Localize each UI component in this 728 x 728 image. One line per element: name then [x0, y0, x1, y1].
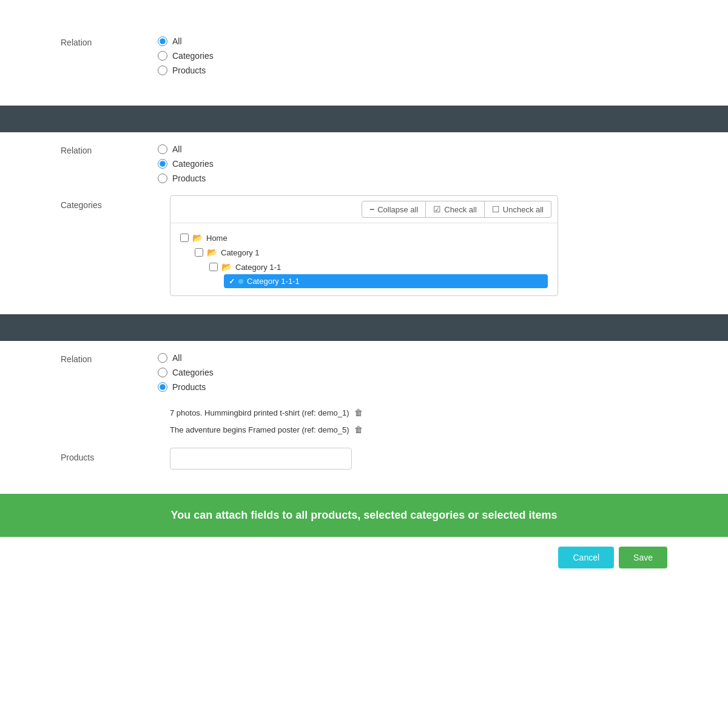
section-2: Relation All Categories Products Categor… — [0, 132, 728, 314]
section-1: Relation All Categories Products — [0, 24, 728, 106]
categories-label: Categories — [61, 195, 158, 210]
radio-all-2[interactable] — [158, 144, 167, 154]
product-text-2: The adventure begins Framed poster (ref:… — [170, 425, 349, 434]
relation-label-3: Relation — [61, 353, 158, 364]
tree-checkbox-category1[interactable] — [195, 248, 203, 257]
radio-products-label-2[interactable]: Products — [172, 174, 206, 183]
radio-categories-label-2[interactable]: Categories — [172, 159, 214, 169]
radio-option-all-1[interactable]: All — [158, 36, 214, 46]
radio-categories-label-1[interactable]: Categories — [172, 51, 214, 61]
check-all-icon: ☑ — [433, 204, 441, 214]
products-input-label: Products — [61, 448, 158, 462]
radio-all-3[interactable] — [158, 353, 167, 363]
tree-item-category1[interactable]: 📂 Category 1 — [195, 245, 548, 260]
radio-option-products-2[interactable]: Products — [158, 174, 214, 183]
products-search-input[interactable] — [170, 448, 352, 470]
delete-product-1-icon[interactable]: 🗑 — [354, 408, 363, 417]
divider-2 — [0, 314, 728, 341]
tree-label-home: Home — [206, 234, 228, 243]
categories-toolbar: − Collapse all ☑ Check all ☐ Uncheck all — [170, 196, 558, 223]
radio-categories-3[interactable] — [158, 368, 167, 377]
radio-option-products-3[interactable]: Products — [158, 382, 214, 392]
relation-row-1: Relation All Categories Products — [61, 36, 667, 75]
delete-product-2-icon[interactable]: 🗑 — [354, 425, 363, 434]
radio-all-label-1[interactable]: All — [172, 36, 182, 46]
bottom-buttons: Cancel Save — [0, 537, 728, 578]
check-all-label: Check all — [444, 205, 476, 214]
relation-row-2: Relation All Categories Products — [61, 144, 667, 183]
uncheck-all-label: Uncheck all — [503, 205, 544, 214]
page-wrapper: Relation All Categories Products Relati — [0, 0, 728, 728]
radio-categories-2[interactable] — [158, 159, 167, 169]
categories-box: − Collapse all ☑ Check all ☐ Uncheck all — [170, 195, 558, 296]
relation-row-3: Relation All Categories Products — [61, 353, 667, 392]
radio-products-1[interactable] — [158, 66, 167, 75]
tree-label-category1: Category 1 — [221, 248, 260, 257]
collapse-all-button[interactable]: − Collapse all — [362, 201, 426, 218]
products-field-row: 7 photos. Hummingbird printed t-shirt (r… — [61, 404, 667, 448]
radio-group-1: All Categories Products — [158, 36, 214, 75]
tree-label-category1-1-1: Category 1-1-1 — [247, 277, 300, 286]
tree-checkbox-category1-1[interactable] — [209, 263, 218, 271]
folder-open-icon-category1: 📂 — [207, 248, 217, 257]
radio-products-label-1[interactable]: Products — [172, 66, 206, 75]
radio-group-3: All Categories Products — [158, 353, 214, 392]
save-button[interactable]: Save — [619, 547, 667, 568]
collapse-icon: − — [369, 204, 374, 214]
radio-option-all-2[interactable]: All — [158, 144, 214, 154]
relation-label-2: Relation — [61, 144, 158, 155]
tree-label-category1-1: Category 1-1 — [235, 263, 281, 272]
uncheck-all-button[interactable]: ☐ Uncheck all — [485, 201, 551, 218]
tree-item-category1-1-1[interactable]: ✓ Category 1-1-1 — [224, 274, 548, 288]
tree-container: 📂 Home 📂 Category 1 📂 Category 1-1 — [170, 223, 558, 295]
dot-icon-category1-1-1 — [238, 279, 243, 284]
tree-checkbox-home[interactable] — [180, 234, 189, 242]
radio-option-products-1[interactable]: Products — [158, 66, 214, 75]
folder-open-icon-category1-1: 📂 — [221, 262, 232, 272]
radio-option-categories-2[interactable]: Categories — [158, 159, 214, 169]
divider-1 — [0, 106, 728, 132]
radio-option-all-3[interactable]: All — [158, 353, 214, 363]
radio-option-categories-1[interactable]: Categories — [158, 51, 214, 61]
section-3: Relation All Categories Products — [0, 341, 728, 488]
info-banner: You can attach fields to all products, s… — [0, 494, 728, 537]
radio-products-label-3[interactable]: Products — [172, 382, 206, 392]
radio-all-label-2[interactable]: All — [172, 144, 182, 154]
product-entry-1: 7 photos. Hummingbird printed t-shirt (r… — [170, 404, 363, 421]
collapse-all-label: Collapse all — [377, 205, 418, 214]
radio-option-categories-3[interactable]: Categories — [158, 368, 214, 377]
uncheck-all-icon: ☐ — [492, 204, 500, 214]
banner-text: You can attach fields to all products, s… — [171, 509, 558, 521]
products-list: 7 photos. Hummingbird printed t-shirt (r… — [170, 404, 363, 438]
products-label — [61, 404, 158, 409]
categories-field-row: Categories − Collapse all ☑ Check all ☐ … — [61, 195, 667, 296]
check-all-button[interactable]: ☑ Check all — [426, 201, 484, 218]
product-text-1: 7 photos. Hummingbird printed t-shirt (r… — [170, 408, 349, 417]
radio-categories-label-3[interactable]: Categories — [172, 368, 214, 377]
cancel-button[interactable]: Cancel — [558, 547, 614, 568]
radio-group-2: All Categories Products — [158, 144, 214, 183]
products-input-row: Products — [61, 448, 667, 470]
radio-all-1[interactable] — [158, 36, 167, 46]
radio-products-2[interactable] — [158, 174, 167, 183]
folder-open-icon-home: 📂 — [192, 233, 203, 243]
check-mark-category1-1-1: ✓ — [229, 277, 235, 286]
radio-products-3[interactable] — [158, 382, 167, 392]
radio-categories-1[interactable] — [158, 51, 167, 61]
relation-label-1: Relation — [61, 36, 158, 47]
radio-all-label-3[interactable]: All — [172, 353, 182, 363]
tree-item-category1-1[interactable]: 📂 Category 1-1 — [209, 260, 548, 274]
tree-item-home[interactable]: 📂 Home — [180, 231, 548, 245]
product-entry-2: The adventure begins Framed poster (ref:… — [170, 421, 363, 438]
